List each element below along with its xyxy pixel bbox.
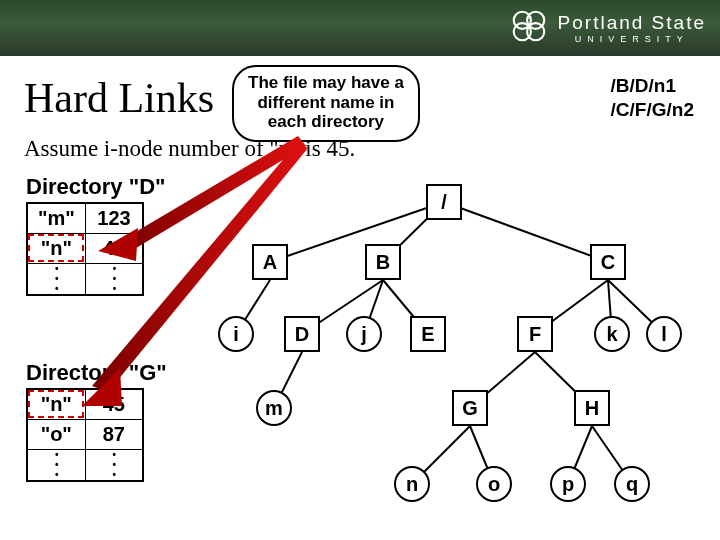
entry-name: "n" (27, 233, 85, 263)
tree-node-B: B (365, 244, 401, 280)
entry-name: "o" (27, 419, 85, 449)
filesystem-tree: / A B C i D j E F k l m G H n o p q (212, 184, 692, 524)
callout-line: each directory (248, 112, 404, 132)
table-row: •••••• (27, 449, 143, 481)
tree-node-D: D (284, 316, 320, 352)
brand-name: Portland State (558, 13, 706, 32)
table-row: "n"45 (27, 233, 143, 263)
tree-leaf-p: p (550, 466, 586, 502)
tree-node-G: G (452, 390, 488, 426)
dir-D-label: Directory "D" (26, 174, 165, 200)
callout-bubble: The file may have a different name in ea… (232, 65, 420, 142)
tree-leaf-n: n (394, 466, 430, 502)
entry-ino: 123 (85, 203, 143, 233)
tree-leaf-k: k (594, 316, 630, 352)
svg-point-3 (527, 23, 544, 40)
tree-node-E: E (410, 316, 446, 352)
svg-line-6 (444, 202, 608, 262)
ellipsis-icon: ••• (85, 263, 143, 295)
entry-ino: 45 (85, 389, 143, 419)
tree-leaf-q: q (614, 466, 650, 502)
tree-leaf-o: o (476, 466, 512, 502)
svg-line-4 (270, 202, 444, 262)
dir-G-table: "n"45 "o"87 •••••• (26, 388, 144, 482)
path: /B/D/n1 (611, 74, 694, 98)
entry-name: "n" (27, 389, 85, 419)
table-row: •••••• (27, 263, 143, 295)
interlocking-rings-icon (508, 5, 550, 51)
slide-body: Hard Links The file may have a different… (0, 56, 720, 540)
callout-line: The file may have a (248, 73, 404, 93)
table-row: "m"123 (27, 203, 143, 233)
tree-node-H: H (574, 390, 610, 426)
tree-leaf-m: m (256, 390, 292, 426)
tree-node-F: F (517, 316, 553, 352)
tree-node-root: / (426, 184, 462, 220)
table-row: "o"87 (27, 419, 143, 449)
tree-leaf-j: j (346, 316, 382, 352)
header: Portland State UNIVERSITY (0, 0, 720, 56)
tree-node-A: A (252, 244, 288, 280)
path: /C/F/G/n2 (611, 98, 694, 122)
ellipsis-icon: ••• (85, 449, 143, 481)
ellipsis-icon: ••• (27, 449, 85, 481)
dir-G-label: Directory "G" (26, 360, 167, 386)
tree-node-C: C (590, 244, 626, 280)
tree-leaf-l: l (646, 316, 682, 352)
brand-sub: UNIVERSITY (558, 35, 706, 44)
entry-ino: 87 (85, 419, 143, 449)
table-row: "n"45 (27, 389, 143, 419)
entry-name: "m" (27, 203, 85, 233)
brand: Portland State UNIVERSITY (508, 5, 706, 51)
path-examples: /B/D/n1 /C/F/G/n2 (611, 74, 694, 122)
directory-D: Directory "D" "m"123 "n"45 •••••• (26, 174, 165, 296)
directory-G: Directory "G" "n"45 "o"87 •••••• (26, 360, 167, 482)
entry-ino: 45 (85, 233, 143, 263)
ellipsis-icon: ••• (27, 263, 85, 295)
dir-D-table: "m"123 "n"45 •••••• (26, 202, 144, 296)
tree-leaf-i: i (218, 316, 254, 352)
callout-line: different name in (248, 93, 404, 113)
